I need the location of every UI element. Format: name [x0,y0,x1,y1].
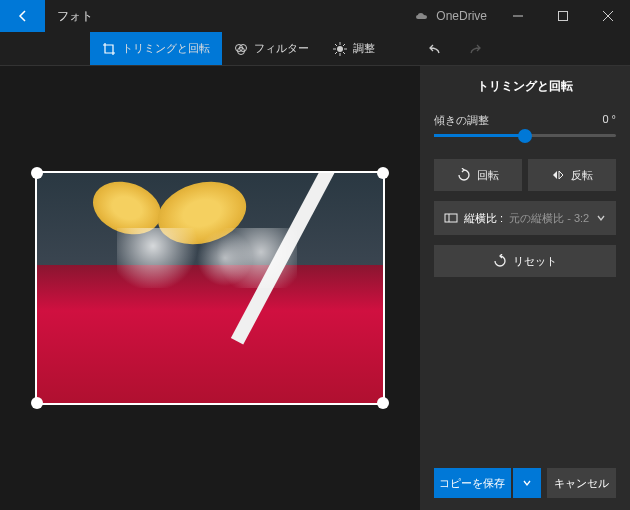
aspect-icon [444,211,458,225]
window-controls [495,0,630,32]
rotate-button[interactable]: 回転 [434,159,522,191]
app-title: フォト [45,8,414,25]
arrow-left-icon [15,8,31,24]
undo-icon [428,41,444,57]
redo-button[interactable] [455,32,493,65]
save-options-button[interactable] [513,468,541,498]
redo-icon [466,41,482,57]
crop-frame[interactable] [35,171,385,405]
svg-line-14 [335,52,337,54]
editor-toolbar: トリミングと回転 フィルター 調整 [0,32,630,66]
cancel-button[interactable]: キャンセル [547,468,616,498]
svg-line-15 [343,44,345,46]
aspect-label: 縦横比 : [464,211,503,226]
photo-preview [37,173,383,403]
tilt-value: 0 ° [602,113,616,128]
maximize-button[interactable] [540,0,585,32]
maximize-icon [558,11,568,21]
flip-icon [551,168,565,182]
onedrive-status[interactable]: OneDrive [414,9,487,23]
chevron-down-icon [596,213,606,223]
reset-button[interactable]: リセット [434,245,616,277]
tilt-label: 傾きの調整 [434,113,489,128]
tab-adjust[interactable]: 調整 [321,32,387,65]
reset-icon [493,254,507,268]
svg-rect-16 [445,214,457,222]
close-icon [603,11,613,21]
rotate-icon [457,168,471,182]
crop-icon [102,42,116,56]
tilt-slider: 傾きの調整 0 ° [434,113,616,137]
adjust-icon [333,42,347,56]
cloud-icon [414,11,430,22]
panel-title: トリミングと回転 [434,78,616,95]
svg-point-7 [337,46,343,52]
save-copy-button[interactable]: コピーを保存 [434,468,511,498]
svg-rect-1 [558,12,567,21]
tab-filter[interactable]: フィルター [222,32,321,65]
crop-handle-top-left[interactable] [31,167,43,179]
tab-crop-rotate[interactable]: トリミングと回転 [90,32,222,65]
minimize-button[interactable] [495,0,540,32]
crop-handle-top-right[interactable] [377,167,389,179]
svg-line-13 [343,52,345,54]
crop-handle-bottom-left[interactable] [31,397,43,409]
close-button[interactable] [585,0,630,32]
chevron-down-icon [522,478,532,488]
aspect-ratio-dropdown[interactable]: 縦横比 : 元の縦横比 - 3:2 [434,201,616,235]
undo-button[interactable] [417,32,455,65]
main-area: トリミングと回転 傾きの調整 0 ° 回転 反転 縦横比 : [0,66,630,510]
title-bar: フォト OneDrive [0,0,630,32]
canvas-area [0,66,420,510]
aspect-value: 元の縦横比 - 3:2 [509,211,589,226]
tilt-thumb[interactable] [518,129,532,143]
minimize-icon [513,11,523,21]
filter-icon [234,42,248,56]
onedrive-label: OneDrive [436,9,487,23]
flip-button[interactable]: 反転 [528,159,616,191]
crop-handle-bottom-right[interactable] [377,397,389,409]
svg-line-12 [335,44,337,46]
panel-footer: コピーを保存 キャンセル [434,468,616,498]
back-button[interactable] [0,0,45,32]
tilt-track[interactable] [434,134,616,137]
side-panel: トリミングと回転 傾きの調整 0 ° 回転 反転 縦横比 : [420,66,630,510]
